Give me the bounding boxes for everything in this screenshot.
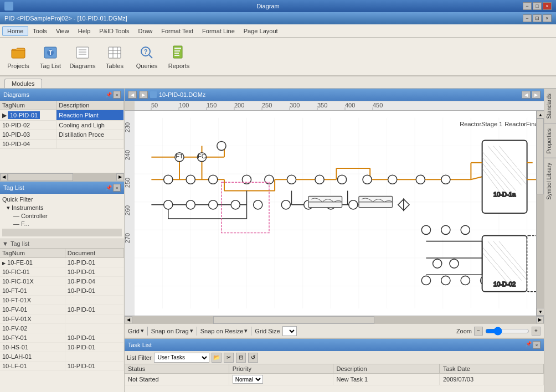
task-table: Status Priority Description Task Date No… — [125, 364, 544, 385]
queries-button[interactable]: ? Queries — [133, 41, 161, 72]
diagrams-h-scroll[interactable]: ◀ ▶ — [0, 173, 124, 180]
menu-draw[interactable]: Draw — [134, 27, 157, 35]
inner-restore-button[interactable]: ⊡ — [533, 14, 542, 22]
menu-tools[interactable]: Tools — [28, 27, 52, 35]
diagram-scroll-left[interactable]: ◀ — [522, 91, 531, 99]
v-scroll-down[interactable]: ▼ — [537, 308, 544, 316]
table-row[interactable]: 10-PID-02 Cooling and Ligh — [0, 121, 124, 130]
table-row[interactable]: 10-PID-04 — [0, 140, 124, 149]
canvas-content[interactable]: ReactorStage 1 ReactorFinal stage — [135, 111, 544, 316]
svg-text:10-D-1a: 10-D-1a — [493, 191, 516, 198]
zoom-out-button[interactable]: − — [474, 327, 483, 336]
grid-label[interactable]: Grid ▾ — [128, 327, 144, 334]
filter-scroll[interactable] — [2, 229, 122, 236]
diagrams-close-button[interactable]: × — [113, 91, 121, 99]
list-item[interactable]: 10-LF-01 10-PID-01 — [0, 362, 124, 371]
task-copy-button[interactable]: ⊡ — [236, 353, 246, 363]
menu-view[interactable]: View — [52, 27, 74, 35]
modules-tab[interactable]: Modules — [4, 79, 42, 88]
diagram-scroll-right[interactable]: ▶ — [532, 91, 540, 99]
svg-point-114 — [254, 200, 262, 209]
list-item[interactable]: 10-FT-01X — [0, 296, 124, 305]
filter-tree: ▾ Instruments — Controller — F... — [2, 204, 122, 228]
filter-item-more[interactable]: — F... — [7, 220, 122, 228]
reports-button[interactable]: Reports — [165, 41, 193, 72]
list-item[interactable]: ▶ 10-FE-01 10-PID-01 — [0, 258, 124, 267]
list-item[interactable]: 10-FT-01 10-PID-01 — [0, 286, 124, 296]
projects-button[interactable]: Projects — [4, 41, 32, 72]
h-scroll-left[interactable]: ◀ — [125, 316, 132, 324]
svg-text:400: 400 — [345, 102, 355, 109]
v-scroll-up[interactable]: ▲ — [537, 111, 544, 118]
tables-label: Tables — [106, 63, 123, 69]
filter-item-controller[interactable]: — Controller — [7, 212, 122, 220]
next-diagram-button[interactable]: ▶ — [139, 91, 148, 99]
inner-minimize-button[interactable]: − — [523, 14, 532, 22]
maximize-button[interactable]: □ — [533, 2, 542, 10]
list-item[interactable]: 10-LAH-01 — [0, 352, 124, 362]
table-row[interactable]: ▶ 10-PID-01 Reaction Plant — [0, 110, 124, 121]
svg-text:450: 450 — [373, 102, 383, 109]
center-area: ◀ ▶ 10-PID-01.DGMz ◀ ▶ — [125, 89, 544, 392]
svg-rect-20 — [174, 55, 179, 56]
zoom-slider[interactable] — [485, 328, 529, 334]
list-item[interactable]: 10-FV-02 — [0, 324, 124, 333]
task-refresh-button[interactable]: ↺ — [248, 353, 258, 363]
list-item[interactable]: 10-FY-01 10-PID-01 — [0, 333, 124, 343]
svg-text:FC: FC — [198, 153, 206, 159]
close-button[interactable]: × — [543, 2, 552, 10]
canvas-v-scroll[interactable]: ▲ ▼ — [536, 111, 544, 316]
inner-close-button[interactable]: × — [543, 14, 552, 22]
prev-diagram-button[interactable]: ◀ — [128, 91, 137, 99]
diagram-canvas[interactable]: 50 100 150 200 250 300 350 400 450 — [125, 101, 544, 316]
menu-help[interactable]: Help — [74, 27, 95, 35]
snap-resize-label[interactable]: Snap on Resize ▾ — [200, 327, 248, 334]
properties-tab[interactable]: Properties — [544, 123, 556, 158]
list-item[interactable]: 10-FV-01X — [0, 314, 124, 324]
menu-pid-tools[interactable]: P&ID Tools — [95, 27, 133, 35]
taglist-pin-button[interactable]: 📌 — [106, 185, 112, 190]
window-title-bar: PID <PIDSampleProj02> - [10-PID-01.DGMz]… — [0, 12, 556, 24]
taglist-label: Tag List — [40, 63, 61, 69]
menu-format-text[interactable]: Format Text — [157, 27, 198, 35]
tables-button[interactable]: Tables — [101, 41, 128, 72]
list-item[interactable]: 10-FIC-01X 10-PID-04 — [0, 277, 124, 286]
task-cut-button[interactable]: ✂ — [224, 353, 234, 363]
grid-size-select[interactable] — [282, 326, 297, 336]
taglist-button[interactable]: T Tag List — [37, 41, 64, 72]
symbol-library-tab[interactable]: Symbol Library — [544, 158, 556, 204]
tasklist-pin-button[interactable]: 📌 — [526, 341, 532, 349]
grid-size-label: Grid Size — [255, 328, 280, 334]
zoom-in-button[interactable]: + — [532, 327, 540, 336]
scroll-right-btn[interactable]: ▶ — [116, 173, 124, 181]
tasklist-close-button[interactable]: × — [533, 341, 540, 349]
menu-format-line[interactable]: Format Line — [198, 27, 239, 35]
scroll-left-btn[interactable]: ◀ — [0, 173, 8, 181]
svg-line-14 — [149, 55, 152, 58]
diagram-row-tagnum: 10-PID-02 — [0, 121, 56, 130]
menu-home[interactable]: Home — [2, 26, 28, 36]
minimize-button[interactable]: − — [523, 2, 532, 10]
h-scroll-track[interactable] — [132, 316, 536, 324]
menu-page-layout[interactable]: Page Layout — [239, 27, 282, 35]
task-filter-select[interactable]: User Tasks — [154, 353, 209, 363]
filter-item-instruments[interactable]: ▾ Instruments — [7, 204, 122, 212]
standards-tab[interactable]: Standards — [544, 89, 556, 123]
priority-select[interactable]: Normal High Low — [233, 375, 263, 384]
diagrams-pin-button[interactable]: 📌 — [106, 92, 112, 97]
list-item[interactable]: 10-FIC-01 10-PID-01 — [0, 267, 124, 277]
taglist-close-button[interactable]: × — [113, 184, 121, 192]
snap-drag-label[interactable]: Snap on Drag ▾ — [151, 327, 193, 334]
list-item[interactable]: Not Started Normal High Low New Task 1 2… — [125, 374, 544, 385]
projects-label: Projects — [7, 63, 29, 69]
h-scroll-right[interactable]: ▶ — [536, 316, 544, 324]
svg-point-125 — [441, 276, 450, 285]
canvas-h-scroll[interactable]: ◀ ▶ — [125, 316, 544, 323]
svg-text:230: 230 — [125, 122, 131, 132]
list-item[interactable]: 10-FV-01 10-PID-01 — [0, 305, 124, 314]
table-row[interactable]: 10-PID-03 Distillation Proce — [0, 130, 124, 140]
diagrams-button[interactable]: Diagrams — [69, 41, 96, 72]
tag-list-inner: ▼ Tag list TagNum Document ▶ — [0, 239, 124, 392]
list-item[interactable]: 10-HS-01 10-PID-01 — [0, 343, 124, 352]
task-open-button[interactable]: 📂 — [212, 353, 222, 363]
